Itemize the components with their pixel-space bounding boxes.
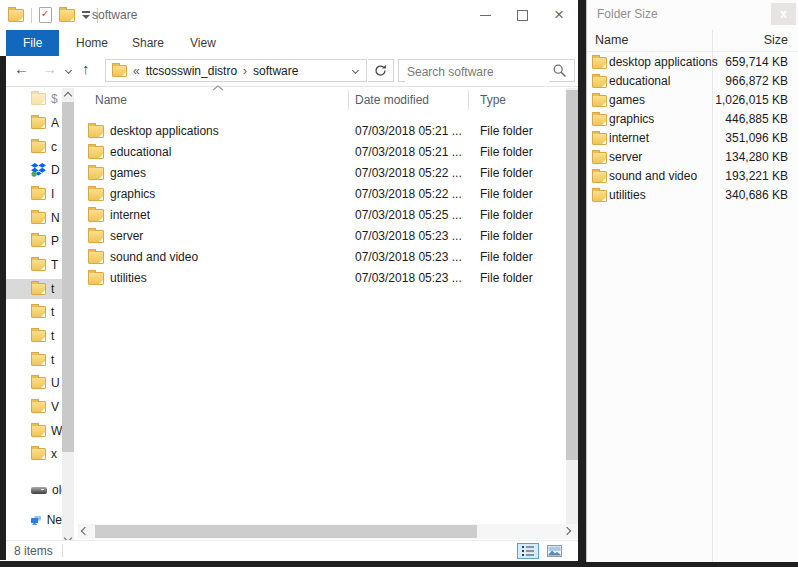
sidebar-item[interactable]: N [6,208,62,228]
folder-icon [31,141,46,153]
breadcrumb-current[interactable]: software [253,64,298,78]
scrollbar-thumb[interactable] [62,102,74,452]
sidebar-item-dropbox[interactable]: D [6,160,62,180]
fs-folder-name: internet [609,131,649,145]
sidebar-item[interactable]: x [6,444,62,464]
vertical-scrollbar[interactable] [566,88,578,524]
folder-icon [31,425,46,437]
table-row[interactable]: desktop applications07/03/2018 05:21 ...… [80,121,566,142]
file-name: server [110,229,143,243]
address-dropdown-icon[interactable] [352,67,359,74]
sidebar-item-selected[interactable]: t [6,279,62,299]
tab-view[interactable]: View [176,30,230,56]
folder-icon [592,114,607,126]
sidebar-item[interactable]: P [6,231,62,251]
tab-share[interactable]: Share [118,30,178,56]
sidebar-item-label: t [51,305,54,319]
sidebar-item-drive[interactable]: old [6,480,62,500]
scrollbar-thumb[interactable] [566,90,578,460]
up-button[interactable]: ↑ [82,60,90,77]
column-header-name[interactable]: Name [95,93,127,107]
fs-column-header-name[interactable]: Name [595,33,628,47]
file-type: File folder [480,229,533,243]
folder-size-close-button[interactable]: x [771,3,796,25]
sidebar-item[interactable]: I [6,184,62,204]
folder-size-row[interactable]: internet351,096 KB [587,129,798,148]
search-icon[interactable] [553,64,567,78]
scroll-left-icon[interactable] [81,527,89,535]
items-count: 8 items [14,544,53,558]
customize-toolbar-dropdown-icon[interactable] [82,11,90,19]
breadcrumb-separator-icon[interactable]: › [243,64,247,78]
folder-size-title: Folder Size [597,7,658,21]
column-header-type[interactable]: Type [480,93,506,107]
sidebar-item[interactable]: t [6,350,62,370]
sidebar-item[interactable]: t [6,326,62,346]
thumbnail-view-button[interactable] [543,543,565,559]
table-row[interactable]: sound and video07/03/2018 05:23 ...File … [80,247,566,268]
sidebar-scrollbar[interactable] [62,88,74,548]
column-header-date[interactable]: Date modified [355,93,429,107]
forward-button[interactable]: → [42,60,57,77]
sidebar-item-label: x [51,447,57,461]
scrollbar-thumb[interactable] [95,525,477,538]
breadcrumb-parent[interactable]: ttcsosswin_distro [146,64,237,78]
search-input[interactable] [405,61,549,82]
sidebar-item[interactable]: V [6,397,62,417]
folder-size-row[interactable]: games1,026,015 KB [587,91,798,110]
table-row[interactable]: utilities07/03/2018 05:23 ...File folder [80,268,566,289]
fs-folder-name: educational [609,74,670,88]
sidebar-item[interactable]: t [6,302,62,322]
sidebar-item-network[interactable]: Ne [6,510,62,530]
folder-size-row[interactable]: sound and video193,221 KB [587,167,798,186]
folder-icon [88,125,104,138]
thumbnail-view-icon [547,545,562,557]
window-controls: × [480,0,564,30]
sidebar-item[interactable]: U [6,373,62,393]
sidebar-item[interactable]: W [6,421,62,441]
column-divider[interactable] [348,90,349,110]
folder-icon [31,306,46,318]
folder-size-row[interactable]: educational966,872 KB [587,72,798,91]
column-divider[interactable] [468,90,469,110]
file-name: sound and video [110,250,198,264]
close-button[interactable]: × [554,6,564,23]
folder-icon [88,146,104,159]
app-folder-icon [8,9,24,22]
address-bar[interactable]: « ttcsosswin_distro › software [105,59,367,82]
folder-size-row[interactable]: desktop applications659,714 KB [587,53,798,72]
table-row[interactable]: games07/03/2018 05:22 ...File folder [80,163,566,184]
sidebar-item[interactable]: A [6,113,62,133]
refresh-button[interactable] [368,59,394,82]
tab-home[interactable]: Home [62,30,122,56]
sidebar-item-label: t [51,282,54,296]
properties-icon[interactable]: ✓ [39,7,52,23]
sidebar-item[interactable]: c [6,137,62,157]
details-view-button[interactable] [517,543,539,559]
table-row[interactable]: graphics07/03/2018 05:22 ...File folder [80,184,566,205]
scroll-up-icon[interactable] [64,92,72,100]
file-name: desktop applications [110,124,219,138]
table-row[interactable]: educational07/03/2018 05:21 ...File fold… [80,142,566,163]
window-title: software [92,8,137,22]
minimize-button[interactable] [480,15,491,16]
folder-size-row[interactable]: graphics446,885 KB [587,110,798,129]
folder-icon [88,251,104,264]
path-overflow-chevron[interactable]: « [133,64,140,78]
fs-folder-size: 351,096 KB [725,131,788,145]
sidebar-item[interactable]: T [6,255,62,275]
table-row[interactable]: internet07/03/2018 05:25 ...File folder [80,205,566,226]
tab-file[interactable]: File [6,30,59,56]
fs-column-header-size[interactable]: Size [764,33,788,47]
folder-size-row[interactable]: utilities340,686 KB [587,186,798,205]
maximize-button[interactable] [517,10,528,21]
sidebar-item[interactable]: $ [6,89,62,109]
new-folder-icon[interactable] [59,9,75,22]
folder-size-row[interactable]: server134,280 KB [587,148,798,167]
horizontal-scrollbar[interactable] [78,524,578,539]
scroll-right-icon[interactable] [563,527,571,535]
back-button[interactable]: ← [14,60,29,77]
recent-locations-icon[interactable] [65,67,72,74]
sidebar-item-label: D [51,163,60,177]
table-row[interactable]: server07/03/2018 05:23 ...File folder [80,226,566,247]
